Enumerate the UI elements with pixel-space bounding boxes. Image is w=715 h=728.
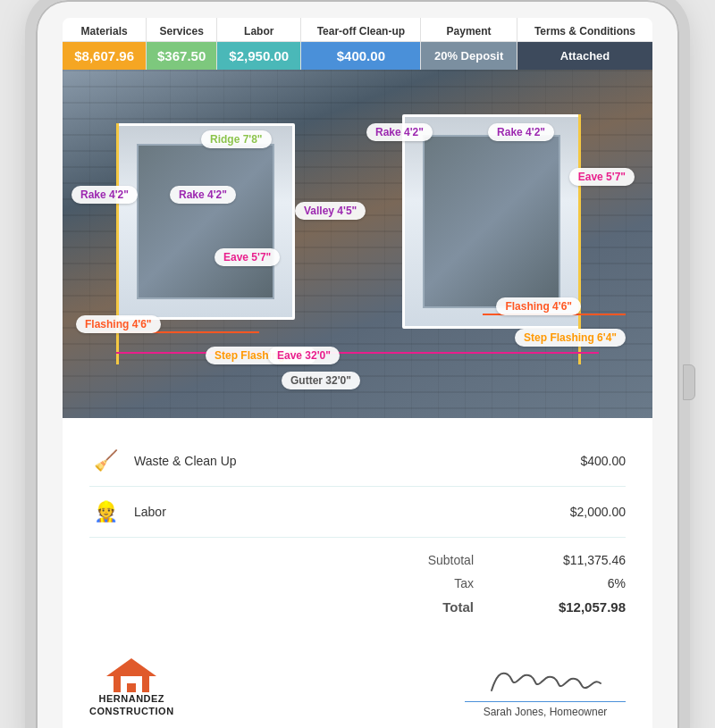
col-header-terms: Terms & Conditions [517,18,652,42]
invoice-row-waste: 🧹 Waste & Clean Up $400.00 [89,436,626,487]
summary-table: Materials Services Labor Tear-off Clean-… [63,18,652,70]
dormer-left [116,123,295,320]
subtotal-value: $11,375.46 [545,553,626,567]
label-rake1: Rake 4'2" [366,123,433,141]
label-eave3: Eave 32'0" [268,347,340,364]
label-rake4: Rake 4'2" [170,186,236,204]
invoice-row-labor: 👷 Labor $2,000.00 [89,487,626,538]
col-header-payment: Payment [421,18,517,42]
value-terms: Attached [517,42,652,71]
tax-label: Tax [454,576,474,590]
total-value: $12,057.98 [545,599,626,615]
invoice-section: 🧹 Waste & Clean Up $400.00 👷 Labor $2,00… [63,418,652,635]
total-label: Total [442,599,474,615]
col-header-services: Services [147,18,217,42]
signature-area: Sarah Jones, Homeowner [465,658,626,718]
label-eave1: Eave 5'7" [214,248,280,266]
logo-area: HERNANDEZ CONSTRUCTION [89,657,174,718]
label-flashing2: Flashing 4'6" [496,297,581,315]
signature-line [465,701,626,702]
waste-label: Waste & Clean Up [134,454,580,468]
label-ridge: Ridge 7'8" [201,130,272,148]
label-valley: Valley 4'5" [295,202,366,220]
value-materials: $8,607.96 [63,42,147,71]
footer-section: HERNANDEZ CONSTRUCTION Sarah Jones, Home… [63,635,652,727]
subtotal-label: Subtotal [428,553,474,567]
waste-icon: 🧹 [89,445,122,477]
content-area: Materials Services Labor Tear-off Clean-… [63,18,652,728]
labor-amount: $2,000.00 [570,505,626,519]
label-gutter: Gutter 32'0" [282,372,360,389]
value-tearoff: $400.00 [301,42,421,71]
tax-row: Tax 6% [89,572,626,595]
line-eave-bottom [116,352,599,354]
dormer-right [402,114,581,329]
col-header-materials: Materials [63,18,147,42]
total-row: Total $12,057.98 [89,595,626,619]
labor-label: Labor [134,505,570,519]
labor-icon: 👷 [89,496,122,528]
roof-image: Ridge 7'8" Rake 4'2" Rake 4'2" Rake 4'2"… [63,70,652,418]
value-payment: 20% Deposit [421,42,517,71]
label-eave2: Eave 5'7" [569,168,635,186]
label-rake3: Rake 4'2" [72,186,138,204]
subtotal-row: Subtotal $11,375.46 [89,548,626,572]
company-logo-icon [105,657,158,692]
tax-value: 6% [545,576,626,590]
tablet-button[interactable] [683,364,695,400]
signature-graphic [474,658,617,701]
company-name: HERNANDEZ CONSTRUCTION [89,692,174,718]
label-stepflashing2: Step Flashing 6'4" [515,329,626,347]
waste-amount: $400.00 [580,454,626,468]
svg-rect-3 [127,683,136,692]
label-rake2: Rake 4'2" [488,123,554,141]
tablet-frame: Materials Services Labor Tear-off Clean-… [36,0,679,728]
svg-marker-0 [106,658,156,676]
subtotal-section: Subtotal $11,375.46 Tax 6% Total $12,057… [89,541,626,626]
value-labor: $2,950.00 [217,42,301,71]
col-header-tearoff: Tear-off Clean-up [301,18,421,42]
col-header-labor: Labor [217,18,301,42]
line-rake-right [578,114,581,364]
value-services: $367.50 [147,42,217,71]
signer-name: Sarah Jones, Homeowner [484,706,608,718]
label-flashing1: Flashing 4'6" [76,315,161,333]
